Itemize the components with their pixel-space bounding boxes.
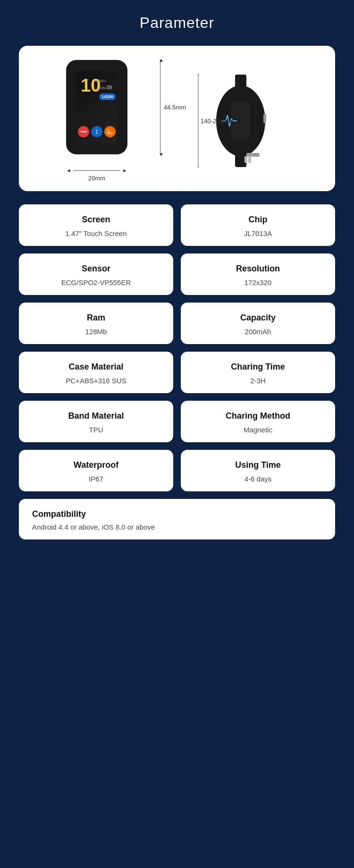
param-card-charing-time: Charing Time 2-3H bbox=[181, 352, 335, 393]
device-side-view: 140-210mm bbox=[194, 74, 288, 168]
page-title: Parameter bbox=[19, 14, 335, 32]
param-value-charing-method: Magnetic bbox=[244, 426, 272, 434]
param-grid: Screen 1.47" Touch Screen Chip JL7013A S… bbox=[19, 204, 335, 491]
param-value-sensor: ECG/SPO2-VP555ER bbox=[61, 278, 131, 287]
param-value-resolution: 172x320 bbox=[244, 278, 272, 287]
param-value-using-time: 4-6 days bbox=[244, 475, 272, 483]
param-card-band-material: Band Material TPU bbox=[19, 401, 173, 442]
param-label-chip: Chip bbox=[249, 215, 268, 225]
param-label-ram: Ram bbox=[87, 313, 105, 323]
param-label-charing-method: Charing Method bbox=[226, 411, 290, 421]
hero-card: 10 05/01MON 09 14200 ♥080 ●9 △08.2 ▲ ▼ 4… bbox=[19, 46, 335, 191]
param-value-waterproof: IP67 bbox=[89, 475, 103, 483]
device-screen: 10 05/01MON 09 14200 ♥080 ●9 △08.2 bbox=[76, 71, 118, 144]
param-value-band-material: TPU bbox=[89, 426, 103, 434]
param-value-compatibility: Android 4.4 or above, iOS 8.0 or above bbox=[32, 523, 322, 531]
svg-rect-6 bbox=[244, 156, 247, 163]
param-label-compatibility: Compatibility bbox=[32, 509, 322, 519]
svg-rect-7 bbox=[248, 156, 251, 163]
param-label-sensor: Sensor bbox=[82, 264, 110, 274]
param-card-case-material: Case Material PC+ABS+316 SUS bbox=[19, 352, 173, 393]
param-label-waterproof: Waterproof bbox=[74, 460, 118, 470]
dimension-height: 44.5mm bbox=[164, 104, 186, 111]
param-value-charing-time: 2-3H bbox=[250, 377, 266, 385]
param-label-using-time: Using Time bbox=[235, 460, 281, 470]
param-value-capacity: 200mAh bbox=[245, 328, 271, 336]
param-card-screen: Screen 1.47" Touch Screen bbox=[19, 204, 173, 246]
param-card-chip: Chip JL7013A bbox=[181, 204, 335, 246]
param-card-charing-method: Charing Method Magnetic bbox=[181, 401, 335, 442]
param-card-compatibility: Compatibility Android 4.4 or above, iOS … bbox=[19, 499, 335, 539]
param-card-using-time: Using Time 4-6 days bbox=[181, 450, 335, 491]
svg-text:140-210mm: 140-210mm bbox=[201, 118, 233, 125]
param-value-screen: 1.47" Touch Screen bbox=[65, 229, 126, 237]
param-value-case-material: PC+ABS+316 SUS bbox=[66, 377, 126, 385]
param-label-screen: Screen bbox=[82, 215, 110, 225]
param-card-sensor: Sensor ECG/SPO2-VP555ER bbox=[19, 253, 173, 295]
param-card-resolution: Resolution 172x320 bbox=[181, 253, 335, 295]
param-label-resolution: Resolution bbox=[236, 264, 280, 274]
param-label-capacity: Capacity bbox=[240, 313, 276, 323]
param-card-waterproof: Waterproof IP67 bbox=[19, 450, 173, 491]
band-side-svg: 140-210mm bbox=[194, 74, 288, 168]
param-label-band-material: Band Material bbox=[68, 411, 124, 421]
param-label-case-material: Case Material bbox=[68, 362, 123, 372]
device-front-view: 10 05/01MON 09 14200 ♥080 ●9 △08.2 ▲ ▼ 4… bbox=[66, 60, 127, 182]
svg-rect-4 bbox=[263, 114, 266, 123]
param-card-ram: Ram 128Mb bbox=[19, 303, 173, 344]
param-value-ram: 128Mb bbox=[85, 328, 107, 336]
param-label-charing-time: Charing Time bbox=[231, 362, 285, 372]
param-card-capacity: Capacity 200mAh bbox=[181, 303, 335, 344]
param-value-chip: JL7013A bbox=[244, 229, 272, 237]
dimension-width: 20mm bbox=[88, 175, 105, 182]
svg-rect-5 bbox=[246, 153, 260, 157]
device-front-image: 10 05/01MON 09 14200 ♥080 ●9 △08.2 bbox=[66, 60, 127, 154]
